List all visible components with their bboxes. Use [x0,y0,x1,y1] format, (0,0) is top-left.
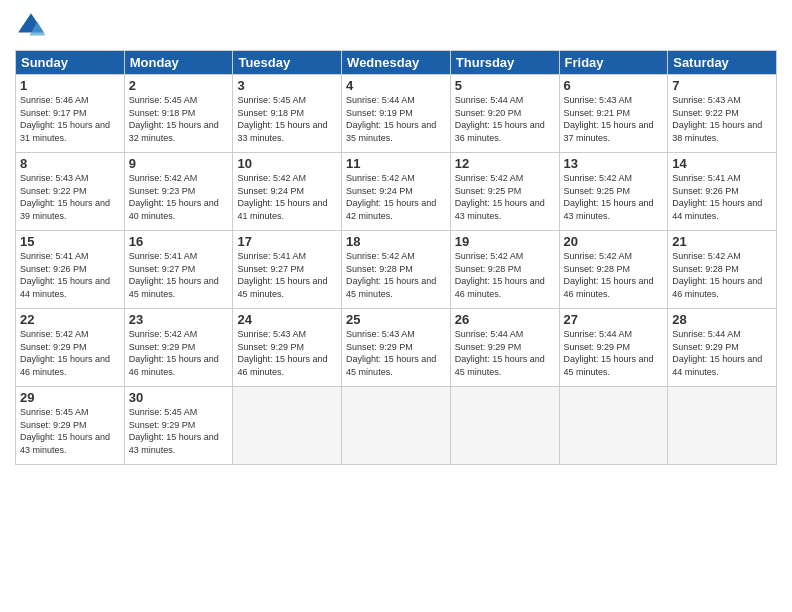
day-number: 24 [237,312,337,327]
calendar-day-11: 11Sunrise: 5:42 AMSunset: 9:24 PMDayligh… [342,153,451,231]
day-number: 1 [20,78,120,93]
calendar-day-3: 3Sunrise: 5:45 AMSunset: 9:18 PMDaylight… [233,75,342,153]
day-info: Sunrise: 5:42 AMSunset: 9:23 PMDaylight:… [129,172,229,222]
calendar-day-20: 20Sunrise: 5:42 AMSunset: 9:28 PMDayligh… [559,231,668,309]
day-number: 13 [564,156,664,171]
day-number: 29 [20,390,120,405]
calendar-day-29: 29Sunrise: 5:45 AMSunset: 9:29 PMDayligh… [16,387,125,465]
calendar-day-23: 23Sunrise: 5:42 AMSunset: 9:29 PMDayligh… [124,309,233,387]
day-info: Sunrise: 5:42 AMSunset: 9:28 PMDaylight:… [455,250,555,300]
weekday-header-monday: Monday [124,51,233,75]
page: SundayMondayTuesdayWednesdayThursdayFrid… [0,0,792,612]
calendar-table: SundayMondayTuesdayWednesdayThursdayFrid… [15,50,777,465]
calendar-day-9: 9Sunrise: 5:42 AMSunset: 9:23 PMDaylight… [124,153,233,231]
calendar-day-21: 21Sunrise: 5:42 AMSunset: 9:28 PMDayligh… [668,231,777,309]
weekday-header-saturday: Saturday [668,51,777,75]
day-info: Sunrise: 5:43 AMSunset: 9:29 PMDaylight:… [237,328,337,378]
day-info: Sunrise: 5:41 AMSunset: 9:26 PMDaylight:… [20,250,120,300]
day-number: 20 [564,234,664,249]
day-info: Sunrise: 5:42 AMSunset: 9:29 PMDaylight:… [20,328,120,378]
day-info: Sunrise: 5:42 AMSunset: 9:29 PMDaylight:… [129,328,229,378]
calendar-week-3: 15Sunrise: 5:41 AMSunset: 9:26 PMDayligh… [16,231,777,309]
calendar-day-empty [450,387,559,465]
calendar-day-13: 13Sunrise: 5:42 AMSunset: 9:25 PMDayligh… [559,153,668,231]
day-info: Sunrise: 5:42 AMSunset: 9:28 PMDaylight:… [672,250,772,300]
calendar-day-empty [668,387,777,465]
day-number: 25 [346,312,446,327]
day-info: Sunrise: 5:42 AMSunset: 9:28 PMDaylight:… [346,250,446,300]
day-info: Sunrise: 5:43 AMSunset: 9:22 PMDaylight:… [20,172,120,222]
day-info: Sunrise: 5:44 AMSunset: 9:29 PMDaylight:… [455,328,555,378]
calendar-day-25: 25Sunrise: 5:43 AMSunset: 9:29 PMDayligh… [342,309,451,387]
day-number: 3 [237,78,337,93]
day-info: Sunrise: 5:44 AMSunset: 9:19 PMDaylight:… [346,94,446,144]
calendar-day-16: 16Sunrise: 5:41 AMSunset: 9:27 PMDayligh… [124,231,233,309]
calendar-day-30: 30Sunrise: 5:45 AMSunset: 9:29 PMDayligh… [124,387,233,465]
day-info: Sunrise: 5:42 AMSunset: 9:25 PMDaylight:… [455,172,555,222]
day-number: 10 [237,156,337,171]
calendar-week-2: 8Sunrise: 5:43 AMSunset: 9:22 PMDaylight… [16,153,777,231]
weekday-header-row: SundayMondayTuesdayWednesdayThursdayFrid… [16,51,777,75]
day-info: Sunrise: 5:44 AMSunset: 9:20 PMDaylight:… [455,94,555,144]
header [15,10,777,42]
calendar-day-22: 22Sunrise: 5:42 AMSunset: 9:29 PMDayligh… [16,309,125,387]
calendar-day-empty [559,387,668,465]
calendar-day-24: 24Sunrise: 5:43 AMSunset: 9:29 PMDayligh… [233,309,342,387]
day-number: 14 [672,156,772,171]
day-number: 5 [455,78,555,93]
calendar-day-empty [342,387,451,465]
day-number: 7 [672,78,772,93]
day-info: Sunrise: 5:42 AMSunset: 9:24 PMDaylight:… [346,172,446,222]
calendar-day-19: 19Sunrise: 5:42 AMSunset: 9:28 PMDayligh… [450,231,559,309]
day-info: Sunrise: 5:42 AMSunset: 9:24 PMDaylight:… [237,172,337,222]
day-number: 16 [129,234,229,249]
day-info: Sunrise: 5:43 AMSunset: 9:29 PMDaylight:… [346,328,446,378]
calendar-day-6: 6Sunrise: 5:43 AMSunset: 9:21 PMDaylight… [559,75,668,153]
day-info: Sunrise: 5:44 AMSunset: 9:29 PMDaylight:… [564,328,664,378]
calendar-day-28: 28Sunrise: 5:44 AMSunset: 9:29 PMDayligh… [668,309,777,387]
calendar-day-27: 27Sunrise: 5:44 AMSunset: 9:29 PMDayligh… [559,309,668,387]
calendar-day-empty [233,387,342,465]
day-number: 19 [455,234,555,249]
day-info: Sunrise: 5:44 AMSunset: 9:29 PMDaylight:… [672,328,772,378]
day-number: 15 [20,234,120,249]
day-number: 30 [129,390,229,405]
day-number: 2 [129,78,229,93]
calendar-day-10: 10Sunrise: 5:42 AMSunset: 9:24 PMDayligh… [233,153,342,231]
day-number: 28 [672,312,772,327]
calendar-day-2: 2Sunrise: 5:45 AMSunset: 9:18 PMDaylight… [124,75,233,153]
calendar-day-5: 5Sunrise: 5:44 AMSunset: 9:20 PMDaylight… [450,75,559,153]
day-info: Sunrise: 5:46 AMSunset: 9:17 PMDaylight:… [20,94,120,144]
day-number: 6 [564,78,664,93]
day-info: Sunrise: 5:41 AMSunset: 9:26 PMDaylight:… [672,172,772,222]
day-number: 27 [564,312,664,327]
day-info: Sunrise: 5:41 AMSunset: 9:27 PMDaylight:… [237,250,337,300]
day-number: 22 [20,312,120,327]
day-info: Sunrise: 5:41 AMSunset: 9:27 PMDaylight:… [129,250,229,300]
calendar-day-8: 8Sunrise: 5:43 AMSunset: 9:22 PMDaylight… [16,153,125,231]
day-info: Sunrise: 5:42 AMSunset: 9:25 PMDaylight:… [564,172,664,222]
weekday-header-tuesday: Tuesday [233,51,342,75]
day-number: 8 [20,156,120,171]
day-number: 4 [346,78,446,93]
day-info: Sunrise: 5:45 AMSunset: 9:18 PMDaylight:… [129,94,229,144]
day-number: 23 [129,312,229,327]
day-number: 17 [237,234,337,249]
weekday-header-sunday: Sunday [16,51,125,75]
logo [15,10,51,42]
calendar-day-4: 4Sunrise: 5:44 AMSunset: 9:19 PMDaylight… [342,75,451,153]
weekday-header-thursday: Thursday [450,51,559,75]
calendar-day-15: 15Sunrise: 5:41 AMSunset: 9:26 PMDayligh… [16,231,125,309]
day-number: 12 [455,156,555,171]
day-info: Sunrise: 5:45 AMSunset: 9:29 PMDaylight:… [129,406,229,456]
calendar-week-5: 29Sunrise: 5:45 AMSunset: 9:29 PMDayligh… [16,387,777,465]
day-info: Sunrise: 5:42 AMSunset: 9:28 PMDaylight:… [564,250,664,300]
logo-icon [15,10,47,42]
calendar-day-1: 1Sunrise: 5:46 AMSunset: 9:17 PMDaylight… [16,75,125,153]
calendar-day-18: 18Sunrise: 5:42 AMSunset: 9:28 PMDayligh… [342,231,451,309]
day-number: 18 [346,234,446,249]
day-number: 21 [672,234,772,249]
calendar-day-26: 26Sunrise: 5:44 AMSunset: 9:29 PMDayligh… [450,309,559,387]
weekday-header-friday: Friday [559,51,668,75]
day-number: 11 [346,156,446,171]
